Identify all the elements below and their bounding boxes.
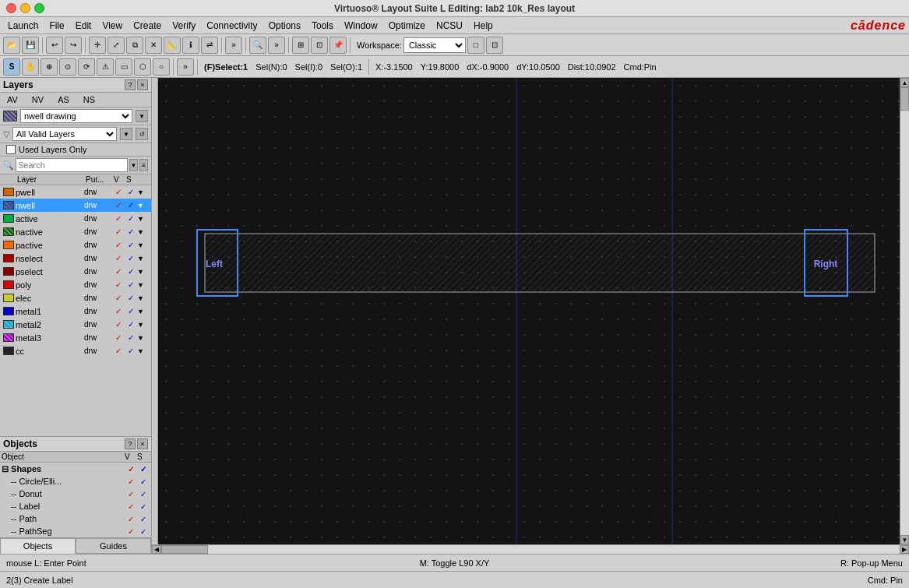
obj-selectable-check[interactable]: ✓ bbox=[137, 465, 150, 474]
filter-select[interactable]: All Valid Layers bbox=[12, 127, 117, 141]
layer-selectable-check[interactable]: ✓ bbox=[125, 201, 137, 209]
layer-visible-check[interactable]: ✓ bbox=[112, 227, 125, 236]
layer-row[interactable]: metal2 drw ✓ ✓ ▼ bbox=[0, 318, 151, 331]
filter-btn1[interactable]: ▼ bbox=[120, 128, 132, 140]
layer-visible-check[interactable]: ✓ bbox=[112, 280, 125, 289]
window-controls[interactable] bbox=[6, 3, 44, 13]
obj-visible-check[interactable]: ✓ bbox=[125, 515, 137, 523]
obj-row[interactable]: ⊟ Shapes ✓ ✓ bbox=[0, 463, 151, 475]
current-layer-select[interactable]: nwell drawing bbox=[20, 109, 132, 123]
menu-launch[interactable]: Launch bbox=[3, 19, 43, 33]
workspace-select[interactable]: Classic bbox=[403, 37, 466, 53]
layer-selectable-check[interactable]: ✓ bbox=[125, 227, 137, 236]
menu-file[interactable]: File bbox=[44, 19, 69, 33]
layer-visible-check[interactable]: ✓ bbox=[112, 201, 125, 209]
objects-help-button[interactable]: ? bbox=[125, 438, 136, 449]
move-icon[interactable]: ✛ bbox=[89, 37, 106, 54]
obj-row[interactable]: -- Path ✓ ✓ bbox=[0, 512, 151, 525]
tab-guides[interactable]: Guides bbox=[76, 538, 151, 554]
layer-row[interactable]: active drw ✓ ✓ ▼ bbox=[0, 212, 151, 225]
layer-row[interactable]: elec drw ✓ ✓ ▼ bbox=[0, 291, 151, 305]
hscroll-right-arrow[interactable]: ▶ bbox=[900, 545, 909, 554]
save-icon[interactable]: 💾 bbox=[22, 37, 39, 54]
menu-edit[interactable]: Edit bbox=[71, 19, 97, 33]
snap-icon[interactable]: ⊡ bbox=[311, 37, 328, 54]
layer-visible-check[interactable]: ✓ bbox=[112, 254, 125, 262]
obj-visible-check[interactable]: ✓ bbox=[125, 502, 137, 511]
used-layers-checkbox[interactable] bbox=[6, 145, 16, 154]
menu-options[interactable]: Options bbox=[264, 19, 305, 33]
obj-row[interactable]: -- Label ✓ ✓ bbox=[0, 500, 151, 512]
redo-icon[interactable]: ↪ bbox=[65, 37, 82, 54]
layers-close-button[interactable]: × bbox=[137, 79, 148, 90]
layer-visible-check[interactable]: ✓ bbox=[112, 294, 125, 302]
flip-icon[interactable]: ⇌ bbox=[201, 37, 218, 54]
more2-icon[interactable]: » bbox=[177, 58, 194, 76]
maximize-button[interactable] bbox=[34, 3, 44, 13]
layers-help-button[interactable]: ? bbox=[125, 79, 136, 90]
hscroll-track[interactable] bbox=[161, 545, 900, 554]
hscroll-left-arrow[interactable]: ◀ bbox=[152, 545, 161, 554]
layer-selectable-check[interactable]: ✓ bbox=[125, 294, 137, 302]
layer-row[interactable]: metal1 drw ✓ ✓ ▼ bbox=[0, 305, 151, 318]
layer-row[interactable]: metal3 drw ✓ ✓ ▼ bbox=[0, 331, 151, 344]
obj-visible-check[interactable]: ✓ bbox=[125, 477, 137, 486]
zoom2-icon[interactable]: » bbox=[268, 37, 285, 54]
tab-ns[interactable]: NS bbox=[78, 93, 100, 106]
layer-visible-check[interactable]: ✓ bbox=[112, 320, 125, 329]
layer-selectable-check[interactable]: ✓ bbox=[125, 267, 137, 276]
open-icon[interactable]: 📂 bbox=[3, 37, 20, 54]
layer-selectable-check[interactable]: ✓ bbox=[125, 280, 137, 289]
layer-visible-check[interactable]: ✓ bbox=[112, 267, 125, 276]
tab-av[interactable]: AV bbox=[2, 93, 23, 106]
layer-row[interactable]: nactive drw ✓ ✓ ▼ bbox=[0, 225, 151, 238]
scroll-down-arrow[interactable]: ▼ bbox=[900, 535, 909, 544]
obj-visible-check[interactable]: ✓ bbox=[125, 465, 137, 474]
close-button[interactable] bbox=[6, 3, 16, 13]
obj-selectable-check[interactable]: ✓ bbox=[137, 490, 150, 498]
redraw-icon[interactable]: ⟳ bbox=[78, 58, 95, 76]
obj-visible-check[interactable]: ✓ bbox=[125, 490, 137, 498]
layer-select-arrow[interactable]: ▼ bbox=[136, 110, 148, 122]
pin-icon[interactable]: 📌 bbox=[329, 37, 347, 54]
ws-icon2[interactable]: ⊡ bbox=[486, 37, 503, 54]
obj-visible-check[interactable]: ✓ bbox=[125, 527, 137, 536]
layer-selectable-check[interactable]: ✓ bbox=[125, 254, 137, 262]
rect-icon[interactable]: ▭ bbox=[115, 58, 132, 76]
layer-selectable-check[interactable]: ✓ bbox=[125, 241, 137, 249]
search-extra-btn[interactable]: ≡ bbox=[139, 159, 148, 171]
obj-row[interactable]: -- PathSeg ✓ ✓ bbox=[0, 525, 151, 537]
layer-row[interactable]: poly drw ✓ ✓ ▼ bbox=[0, 278, 151, 291]
copy-icon[interactable]: ⧉ bbox=[126, 37, 143, 54]
menu-help[interactable]: Help bbox=[469, 19, 498, 33]
undo-icon[interactable]: ↩ bbox=[46, 37, 63, 54]
zoom3-icon[interactable]: ⊕ bbox=[41, 58, 58, 76]
layer-visible-check[interactable]: ✓ bbox=[112, 347, 125, 355]
zoom4-icon[interactable]: ⊙ bbox=[59, 58, 76, 76]
warn-icon[interactable]: ⚠ bbox=[97, 58, 114, 76]
scroll-up-arrow[interactable]: ▲ bbox=[900, 78, 909, 87]
poly-icon[interactable]: ⬡ bbox=[134, 58, 151, 76]
menu-ncsu[interactable]: NCSU bbox=[432, 19, 467, 33]
layer-row[interactable]: nwell drw ✓ ✓ ▼ bbox=[0, 199, 151, 212]
pan-icon[interactable]: ✋ bbox=[22, 58, 39, 76]
menu-create[interactable]: Create bbox=[129, 19, 166, 33]
minimize-button[interactable] bbox=[20, 3, 30, 13]
tab-as[interactable]: AS bbox=[52, 93, 75, 106]
tab-nv[interactable]: NV bbox=[26, 93, 49, 106]
layer-row[interactable]: cc drw ✓ ✓ ▼ bbox=[0, 344, 151, 357]
layer-visible-check[interactable]: ✓ bbox=[112, 188, 125, 196]
layer-selectable-check[interactable]: ✓ bbox=[125, 307, 137, 315]
circle-icon[interactable]: ○ bbox=[153, 58, 170, 76]
menu-connectivity[interactable]: Connectivity bbox=[202, 19, 262, 33]
ws-icon1[interactable]: □ bbox=[467, 37, 484, 54]
layer-selectable-check[interactable]: ✓ bbox=[125, 320, 137, 329]
layer-row[interactable]: pwell drw ✓ ✓ ▼ bbox=[0, 185, 151, 199]
canvas-area[interactable]: Left Right bbox=[158, 78, 900, 544]
layer-row[interactable]: nselect drw ✓ ✓ ▼ bbox=[0, 252, 151, 265]
menu-window[interactable]: Window bbox=[340, 19, 382, 33]
obj-selectable-check[interactable]: ✓ bbox=[137, 527, 150, 536]
zoom-icon[interactable]: 🔍 bbox=[249, 37, 266, 54]
search-input[interactable] bbox=[16, 158, 128, 172]
layer-visible-check[interactable]: ✓ bbox=[112, 241, 125, 249]
